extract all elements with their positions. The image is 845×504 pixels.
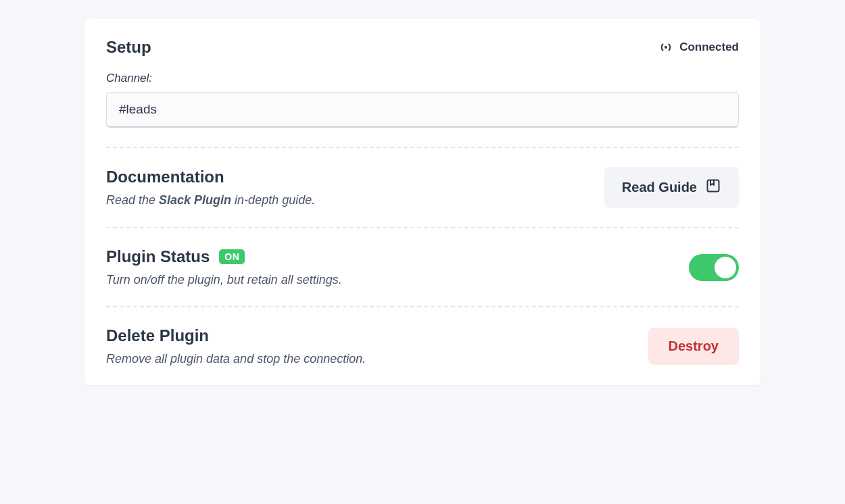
connected-status: Connected xyxy=(659,41,739,54)
documentation-left: Documentation Read the Slack Plugin in-d… xyxy=(106,168,315,207)
divider xyxy=(106,147,739,148)
doc-desc-prefix: Read the xyxy=(106,193,159,207)
delete-plugin-desc: Remove all plugin data and stop the conn… xyxy=(106,352,366,366)
delete-plugin-row: Delete Plugin Remove all plugin data and… xyxy=(106,326,739,366)
read-guide-button[interactable]: Read Guide xyxy=(604,167,739,208)
plugin-status-title-group: Plugin Status ON xyxy=(106,247,342,266)
plugin-status-row: Plugin Status ON Turn on/off the plugin,… xyxy=(106,247,739,287)
book-icon xyxy=(705,178,721,197)
divider xyxy=(106,227,739,228)
channel-field-group: Channel: xyxy=(106,72,739,128)
doc-desc-suffix: in-depth guide. xyxy=(231,193,315,207)
status-badge: ON xyxy=(219,249,245,264)
signal-icon xyxy=(659,41,673,53)
channel-label: Channel: xyxy=(106,72,739,85)
read-guide-label: Read Guide xyxy=(622,180,697,195)
divider xyxy=(106,306,739,307)
documentation-desc: Read the Slack Plugin in-depth guide. xyxy=(106,193,315,207)
svg-point-0 xyxy=(665,46,667,49)
documentation-title: Documentation xyxy=(106,168,315,186)
destroy-button[interactable]: Destroy xyxy=(648,328,739,365)
plugin-status-toggle[interactable] xyxy=(689,254,739,281)
connected-label: Connected xyxy=(679,41,739,54)
toggle-knob xyxy=(715,257,736,278)
setup-title: Setup xyxy=(106,38,151,57)
channel-input[interactable] xyxy=(106,92,739,128)
plugin-status-desc: Turn on/off the plugin, but retain all s… xyxy=(106,273,342,287)
plugin-status-title: Plugin Status xyxy=(106,247,210,266)
plugin-status-left: Plugin Status ON Turn on/off the plugin,… xyxy=(106,247,342,287)
destroy-label: Destroy xyxy=(669,338,719,353)
doc-desc-bold: Slack Plugin xyxy=(159,193,231,207)
setup-header: Setup Connected xyxy=(106,38,739,57)
settings-card: Setup Connected Channel: Documentation R… xyxy=(84,19,760,385)
delete-plugin-left: Delete Plugin Remove all plugin data and… xyxy=(106,326,366,366)
documentation-row: Documentation Read the Slack Plugin in-d… xyxy=(106,167,739,208)
delete-plugin-title: Delete Plugin xyxy=(106,326,366,345)
